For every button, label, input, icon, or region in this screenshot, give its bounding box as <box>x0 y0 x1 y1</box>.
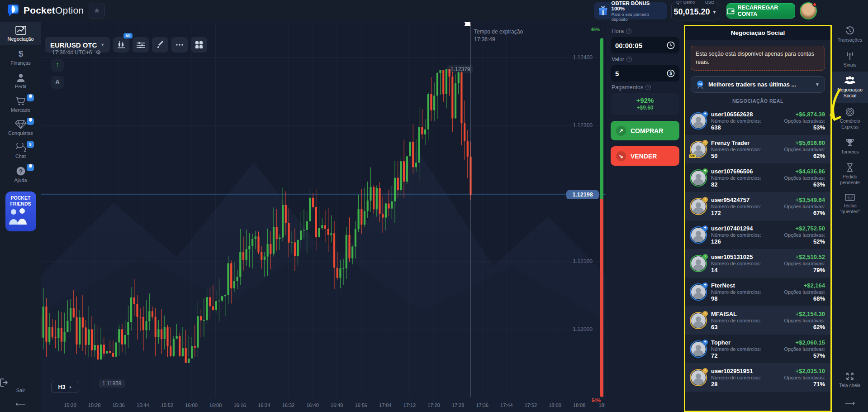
trader-profit: +$2,035.10 <box>784 368 825 374</box>
trader-row[interactable]: + VIP Topher Número de comércios: 72 +$2… <box>685 335 830 363</box>
sidebar-item-torneios[interactable]: Torneios <box>832 134 868 158</box>
collapse-left-arrow[interactable]: ⟵ <box>0 400 41 408</box>
expiration-info: Tempo de expiração 17:36:49 <box>470 28 523 44</box>
time-axis-label: 17:20 <box>427 402 440 408</box>
time-axis-label: 15:44 <box>137 402 149 408</box>
chart-type-button[interactable]: M1 <box>113 37 129 53</box>
collapse-right-arrow[interactable]: ⟶ <box>832 399 868 407</box>
chart-period-button[interactable]: H3▲ <box>51 381 79 393</box>
hourglass-icon <box>846 163 854 172</box>
sidebar-item-sinais[interactable]: Sinais <box>832 47 868 72</box>
svg-text:24: 24 <box>698 82 702 86</box>
amount-input[interactable]: 5 $ <box>611 65 679 81</box>
trader-avatar: + VIP <box>690 112 707 129</box>
trader-row[interactable]: + VIP user102951951 Número de comércios:… <box>685 363 830 392</box>
user-avatar[interactable] <box>800 2 817 19</box>
pocket-friends-banner[interactable]: POCKETFRIENDS <box>5 192 36 231</box>
sidebar-item-mercado[interactable]: Mercado <box>0 92 41 116</box>
price-axis-label: 1.12300 <box>573 122 593 129</box>
trader-name: Topher <box>711 339 780 346</box>
gear-icon[interactable]: ⚙ <box>95 49 101 56</box>
trader-row[interactable]: + VIP FterNest Número de comércios: 98 +… <box>685 278 830 306</box>
trader-row[interactable]: + VIP user95424757 Número de comércios: … <box>685 192 830 220</box>
trader-name: user95424757 <box>711 196 780 203</box>
traders-filter-dropdown[interactable]: 24 Melhores traders nas últimas ... ▼ <box>691 76 825 93</box>
trader-profit: +$2,752.50 <box>784 225 825 232</box>
sidebar-item-sair[interactable]: Sair <box>0 378 41 393</box>
trader-row[interactable]: + VIP Frenzy Trader Número de comércios:… <box>685 135 830 163</box>
indicators-button[interactable] <box>133 37 149 53</box>
trader-row[interactable]: + VIP user107696506 Número de comércios:… <box>685 163 830 192</box>
time-axis-label: 17:12 <box>403 402 416 408</box>
buy-button[interactable]: ↗COMPRAR <box>611 121 679 140</box>
sidebar-item-financas[interactable]: $ Finanças <box>0 45 41 69</box>
trader-row[interactable]: + VIP user106562628 Número de comércios:… <box>685 106 830 135</box>
sidebar-item-negociacao[interactable]: Negociação <box>0 22 41 45</box>
trader-profit: +$2,510.52 <box>784 254 825 260</box>
help-circle-icon: ? <box>626 57 632 62</box>
sidebar-item-negociacao-social[interactable]: Negociação Social <box>832 72 868 102</box>
lucrative-options-label: Opções lucrativas: <box>784 147 825 152</box>
logo-icon <box>6 4 20 17</box>
trades-count-label: Número de comércios: <box>711 232 780 238</box>
signal-icon <box>845 51 854 60</box>
trader-row[interactable]: + VIP user105131025 Número de comércios:… <box>685 249 830 278</box>
lucrative-options-percent: 53% <box>784 124 825 131</box>
trades-count-label: Número de comércios: <box>711 118 780 124</box>
pocketoption-logo[interactable]: PocketOption <box>6 4 84 17</box>
logout-icon <box>0 378 9 387</box>
traders-list: + VIP user106562628 Número de comércios:… <box>685 106 830 392</box>
lucrative-options-label: Opções lucrativas: <box>784 175 825 181</box>
sidebar-item-perfil[interactable]: Perfil <box>0 69 41 92</box>
arrow-down-right-icon: ↘ <box>616 151 626 161</box>
chart-line-icon <box>15 26 26 35</box>
lucrative-options-label: Opções lucrativas: <box>784 118 825 124</box>
trader-name: MFAISAL <box>711 311 780 317</box>
sidebar-item-transacoes[interactable]: Transações <box>832 22 868 47</box>
account-balance-selector[interactable]: QT Demo USD 50,015.20 ▼ <box>671 2 719 20</box>
cart-icon <box>15 96 26 106</box>
brush-icon <box>157 41 164 48</box>
time-axis-label: 17:04 <box>379 402 392 408</box>
more-options-button[interactable] <box>171 37 188 53</box>
lucrative-options-label: Opções lucrativas: <box>784 204 825 209</box>
buy-marker-tool[interactable]: ↑ <box>51 59 64 72</box>
trader-name: user105131025 <box>711 254 780 260</box>
trader-profit: +$2,154.30 <box>784 311 825 317</box>
sell-button[interactable]: ↘VENDER <box>611 146 679 166</box>
lucrative-options-label: Opções lucrativas: <box>784 289 825 295</box>
trades-count-value: 50 <box>711 153 780 159</box>
sidebar-item-teclas-quentes[interactable]: Teclas "quentes" <box>832 189 868 218</box>
time-axis-label: 16:24 <box>258 402 270 408</box>
avatar-plus-badge: + <box>702 140 708 145</box>
fullscreen-button[interactable]: Tela cheia <box>832 367 868 392</box>
sidebar-item-chat[interactable]: 5 Chat <box>0 139 41 162</box>
favorite-star-button[interactable]: ★ <box>89 3 105 19</box>
sidebar-item-comercio-express[interactable]: Comércio Express <box>832 103 868 134</box>
trades-count-label: Número de comércios: <box>711 346 780 352</box>
avatar-plus-badge: + <box>702 311 708 316</box>
recharge-account-button[interactable]: RECARREGAR CONTA <box>726 3 795 19</box>
sidebar-item-ajuda[interactable]: ? Ajuda <box>0 162 41 186</box>
expiration-time-input[interactable]: 00:00:05 <box>611 37 679 53</box>
layout-grid-button[interactable] <box>191 37 207 53</box>
time-axis-label: 16:16 <box>233 402 246 408</box>
sidebar-item-conquistas[interactable]: Conquistas <box>0 116 41 139</box>
text-tool[interactable]: A <box>51 76 64 89</box>
fullscreen-icon <box>845 372 854 381</box>
sidebar-item-pedido-pendente[interactable]: Pedido pendente <box>832 158 868 189</box>
drawing-tools-button[interactable] <box>152 37 168 53</box>
trader-avatar: + VIP <box>690 226 707 244</box>
lucrative-options-percent: 52% <box>784 238 825 245</box>
bonus-banner[interactable]: OBTER BÔNUS 100% Para o seu primeiro dep… <box>594 2 667 19</box>
lucrative-options-label: Opções lucrativas: <box>784 261 825 266</box>
social-trading-panel: Negociação Social Esta seção está dispon… <box>684 25 832 412</box>
help-icon: ? <box>16 166 26 176</box>
candlestick-chart[interactable] <box>41 22 606 412</box>
panel-title: Negociação Social <box>685 26 830 40</box>
chevron-down-icon: ▼ <box>100 43 104 47</box>
chevron-up-icon: ▲ <box>69 385 72 389</box>
trader-row[interactable]: + VIP user107401294 Número de comércios:… <box>685 220 830 249</box>
trader-row[interactable]: + VIP MFAISAL Número de comércios: 63 +$… <box>685 306 830 335</box>
chart-area[interactable]: EUR/USD OTC▼ M1 <box>41 22 606 412</box>
